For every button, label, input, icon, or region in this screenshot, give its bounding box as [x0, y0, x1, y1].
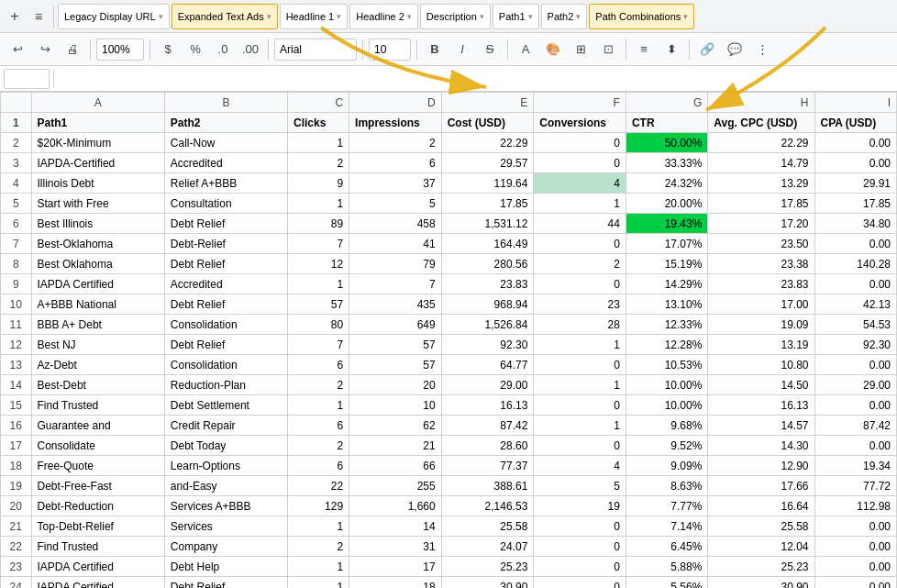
table-row[interactable]: 10 A+BBB National Debt Relief 57 435 968…	[1, 294, 897, 315]
cell-path2[interactable]: Relief A+BBB	[164, 173, 287, 194]
cell-path1[interactable]: Free-Quote	[31, 456, 164, 476]
cell-impressions[interactable]: 57	[349, 355, 442, 375]
cell-clicks[interactable]: 1	[288, 133, 349, 153]
cell-clicks[interactable]: 2	[288, 375, 349, 395]
table-row[interactable]: 14 Best-Debt Reduction-Plan 2 20 29.00 1…	[1, 375, 897, 395]
decimal1-button[interactable]: .0	[211, 38, 235, 61]
cell-conversions[interactable]: 0	[534, 436, 626, 456]
cell-clicks[interactable]: 2	[288, 153, 349, 173]
cell-cpa[interactable]: 92.30	[814, 335, 897, 355]
align-button[interactable]: ≡	[632, 38, 656, 61]
cell-ctr[interactable]: 9.09%	[626, 456, 707, 476]
table-row[interactable]: 7 Best-Oklahoma Debt-Relief 7 41 164.49 …	[1, 234, 897, 254]
table-row[interactable]: 24 IAPDA Certified Debt Relief 1 18 30.9…	[1, 577, 897, 589]
tab-headline2[interactable]: Headline 2 ▾	[349, 4, 418, 29]
cell-cost[interactable]: 1,526.84	[441, 315, 534, 335]
cell-cpa[interactable]: 0.00	[814, 516, 897, 537]
cell-avg-cpc[interactable]: 14.79	[708, 153, 814, 173]
cell-ctr[interactable]: 17.07%	[626, 234, 707, 254]
cell-ctr[interactable]: 12.33%	[626, 315, 707, 335]
cell-path1[interactable]: Best Illinois	[31, 214, 164, 234]
cell-cpa[interactable]: 0.00	[814, 234, 897, 254]
cell-path2[interactable]: Debt Relief	[164, 577, 287, 589]
cell-clicks[interactable]: 1	[288, 557, 349, 577]
cell-cost[interactable]: 17.85	[441, 194, 534, 214]
cell-clicks[interactable]: 1	[288, 274, 349, 294]
cell-path2[interactable]: Services	[164, 516, 287, 537]
cell-ctr[interactable]: 6.45%	[626, 537, 707, 557]
cell-path1[interactable]: A+BBB National	[31, 294, 164, 315]
currency-button[interactable]: $	[156, 38, 180, 61]
cell-cpa[interactable]: 0.00	[814, 436, 897, 456]
cell-impressions[interactable]: 31	[349, 537, 442, 557]
table-row[interactable]: 19 Debt-Free-Fast and-Easy 22 255 388.61…	[1, 476, 897, 496]
cell-cost[interactable]: 16.13	[441, 395, 534, 416]
cell-impressions[interactable]: 57	[349, 335, 442, 355]
cell-path2[interactable]: Call-Now	[164, 133, 287, 153]
cell-path2[interactable]: Accredited	[164, 274, 287, 294]
cell-path2[interactable]: Debt Today	[164, 436, 287, 456]
cell-conversions[interactable]: 4	[534, 173, 626, 194]
cell-path1[interactable]: Debt-Reduction	[31, 496, 164, 516]
cell-path1[interactable]: Consolidate	[31, 436, 164, 456]
cell-path2[interactable]: Consultation	[164, 194, 287, 214]
cell-impressions[interactable]: 41	[349, 234, 442, 254]
cell-avg-cpc[interactable]: 16.64	[708, 496, 814, 516]
cell-cost[interactable]: 64.77	[441, 355, 534, 375]
cell-clicks[interactable]: 12	[288, 254, 349, 274]
cell-ctr[interactable]: 24.32%	[626, 173, 707, 194]
cell-impressions[interactable]: 1,660	[349, 496, 442, 516]
cell-cpa[interactable]: 54.53	[814, 315, 897, 335]
cell-ctr[interactable]: 19.43%	[626, 214, 707, 234]
cell-impressions[interactable]: 7	[349, 274, 442, 294]
cell-clicks[interactable]: 129	[288, 496, 349, 516]
bold-button[interactable]: B	[423, 38, 447, 61]
cell-avg-cpc[interactable]: 14.57	[708, 416, 814, 436]
cell-avg-cpc[interactable]: 22.29	[708, 133, 814, 153]
cell-clicks[interactable]: 1	[288, 194, 349, 214]
cell-ctr[interactable]: 15.19%	[626, 254, 707, 274]
cell-impressions[interactable]: 21	[349, 436, 442, 456]
italic-button[interactable]: I	[450, 38, 474, 61]
cell-path2[interactable]: Debt Relief	[164, 294, 287, 315]
cell-avg-cpc[interactable]: 12.04	[708, 537, 814, 557]
col-conversions-label[interactable]: Conversions	[534, 113, 626, 133]
cell-conversions[interactable]: 4	[534, 456, 626, 476]
cell-cost[interactable]: 28.60	[441, 436, 534, 456]
cell-avg-cpc[interactable]: 19.09	[708, 315, 814, 335]
cell-ctr[interactable]: 9.52%	[626, 436, 707, 456]
table-row[interactable]: 6 Best Illinois Debt Relief 89 458 1,531…	[1, 214, 897, 234]
percent-button[interactable]: %	[183, 38, 207, 61]
col-path1-label[interactable]: Path1	[31, 113, 164, 133]
cell-cpa[interactable]: 19.34	[814, 456, 897, 476]
cell-clicks[interactable]: 80	[288, 315, 349, 335]
cell-path1[interactable]: IAPDA Certified	[31, 557, 164, 577]
cell-cpa[interactable]: 29.91	[814, 173, 897, 194]
cell-path1[interactable]: IAPDA Certified	[31, 577, 164, 589]
table-row[interactable]: 21 Top-Debt-Relief Services 1 14 25.58 0…	[1, 516, 897, 537]
cell-conversions[interactable]: 0	[534, 395, 626, 416]
cell-clicks[interactable]: 7	[288, 234, 349, 254]
cell-path2[interactable]: Learn-Options	[164, 456, 287, 476]
table-row[interactable]: 8 Best Oklahoma Debt Relief 12 79 280.56…	[1, 254, 897, 274]
strikethrough-button[interactable]: S	[478, 38, 502, 61]
cell-conversions[interactable]: 1	[534, 416, 626, 436]
cell-cost[interactable]: 1,531.12	[441, 214, 534, 234]
cell-path2[interactable]: Debt Relief	[164, 254, 287, 274]
cell-conversions[interactable]: 1	[534, 194, 626, 214]
cell-cost[interactable]: 30.90	[441, 577, 534, 589]
cell-cpa[interactable]: 140.28	[814, 254, 897, 274]
cell-cost[interactable]: 29.00	[441, 375, 534, 395]
cell-path1[interactable]: Illinois Debt	[31, 173, 164, 194]
cell-path1[interactable]: Find Trusted	[31, 395, 164, 416]
cell-conversions[interactable]: 23	[534, 294, 626, 315]
cell-impressions[interactable]: 10	[349, 395, 442, 416]
cell-conversions[interactable]: 1	[534, 335, 626, 355]
cell-ctr[interactable]: 12.28%	[626, 335, 707, 355]
cell-path1[interactable]: Best-Debt	[31, 375, 164, 395]
col-clicks-label[interactable]: Clicks	[288, 113, 349, 133]
cell-path1[interactable]: Top-Debt-Relief	[31, 516, 164, 537]
cell-conversions[interactable]: 44	[534, 214, 626, 234]
tab-legacy-display-url[interactable]: Legacy Display URL ▾	[58, 4, 170, 29]
cell-conversions[interactable]: 0	[534, 577, 626, 589]
